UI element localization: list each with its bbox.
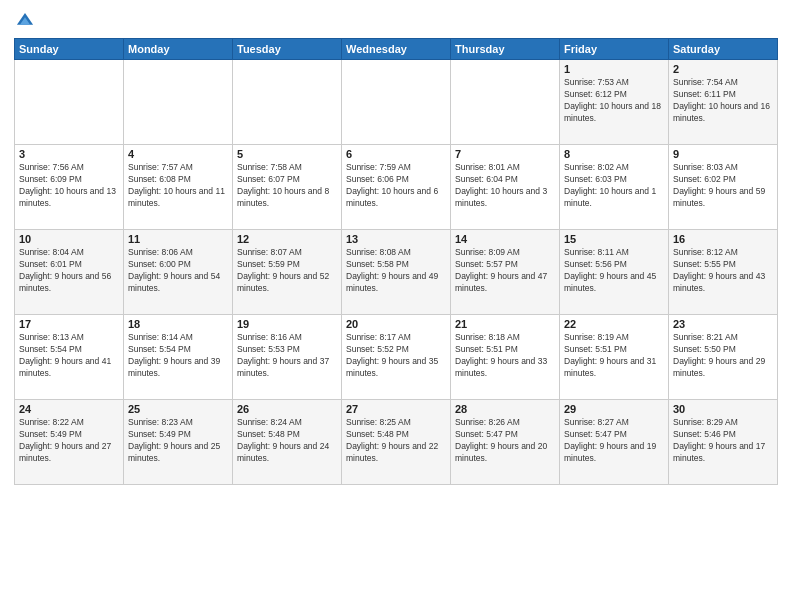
day-number: 9 xyxy=(673,148,773,160)
day-info: Sunrise: 7:58 AM Sunset: 6:07 PM Dayligh… xyxy=(237,162,337,210)
calendar-cell: 21Sunrise: 8:18 AM Sunset: 5:51 PM Dayli… xyxy=(451,315,560,400)
day-number: 17 xyxy=(19,318,119,330)
calendar-cell: 20Sunrise: 8:17 AM Sunset: 5:52 PM Dayli… xyxy=(342,315,451,400)
day-number: 12 xyxy=(237,233,337,245)
calendar-cell: 8Sunrise: 8:02 AM Sunset: 6:03 PM Daylig… xyxy=(560,145,669,230)
day-number: 28 xyxy=(455,403,555,415)
calendar-cell: 13Sunrise: 8:08 AM Sunset: 5:58 PM Dayli… xyxy=(342,230,451,315)
weekday-header: Monday xyxy=(124,39,233,60)
day-number: 7 xyxy=(455,148,555,160)
day-number: 29 xyxy=(564,403,664,415)
calendar-table: SundayMondayTuesdayWednesdayThursdayFrid… xyxy=(14,38,778,485)
calendar-body: 1Sunrise: 7:53 AM Sunset: 6:12 PM Daylig… xyxy=(15,60,778,485)
calendar-cell: 25Sunrise: 8:23 AM Sunset: 5:49 PM Dayli… xyxy=(124,400,233,485)
calendar-week-row: 24Sunrise: 8:22 AM Sunset: 5:49 PM Dayli… xyxy=(15,400,778,485)
calendar-cell xyxy=(233,60,342,145)
calendar-cell: 19Sunrise: 8:16 AM Sunset: 5:53 PM Dayli… xyxy=(233,315,342,400)
calendar-cell: 4Sunrise: 7:57 AM Sunset: 6:08 PM Daylig… xyxy=(124,145,233,230)
weekday-header: Wednesday xyxy=(342,39,451,60)
calendar-cell: 14Sunrise: 8:09 AM Sunset: 5:57 PM Dayli… xyxy=(451,230,560,315)
day-number: 18 xyxy=(128,318,228,330)
day-info: Sunrise: 8:07 AM Sunset: 5:59 PM Dayligh… xyxy=(237,247,337,295)
weekday-header: Sunday xyxy=(15,39,124,60)
day-number: 25 xyxy=(128,403,228,415)
day-info: Sunrise: 8:22 AM Sunset: 5:49 PM Dayligh… xyxy=(19,417,119,465)
weekday-header: Saturday xyxy=(669,39,778,60)
calendar-cell xyxy=(15,60,124,145)
day-info: Sunrise: 8:01 AM Sunset: 6:04 PM Dayligh… xyxy=(455,162,555,210)
day-number: 30 xyxy=(673,403,773,415)
calendar-cell xyxy=(124,60,233,145)
day-number: 1 xyxy=(564,63,664,75)
weekday-header: Friday xyxy=(560,39,669,60)
calendar-cell xyxy=(342,60,451,145)
day-info: Sunrise: 8:08 AM Sunset: 5:58 PM Dayligh… xyxy=(346,247,446,295)
calendar-cell: 10Sunrise: 8:04 AM Sunset: 6:01 PM Dayli… xyxy=(15,230,124,315)
day-info: Sunrise: 8:16 AM Sunset: 5:53 PM Dayligh… xyxy=(237,332,337,380)
calendar-cell: 2Sunrise: 7:54 AM Sunset: 6:11 PM Daylig… xyxy=(669,60,778,145)
day-number: 11 xyxy=(128,233,228,245)
calendar-cell: 26Sunrise: 8:24 AM Sunset: 5:48 PM Dayli… xyxy=(233,400,342,485)
calendar-cell: 11Sunrise: 8:06 AM Sunset: 6:00 PM Dayli… xyxy=(124,230,233,315)
day-number: 10 xyxy=(19,233,119,245)
day-info: Sunrise: 7:56 AM Sunset: 6:09 PM Dayligh… xyxy=(19,162,119,210)
calendar-cell: 15Sunrise: 8:11 AM Sunset: 5:56 PM Dayli… xyxy=(560,230,669,315)
calendar-cell: 7Sunrise: 8:01 AM Sunset: 6:04 PM Daylig… xyxy=(451,145,560,230)
day-info: Sunrise: 8:06 AM Sunset: 6:00 PM Dayligh… xyxy=(128,247,228,295)
calendar-week-row: 17Sunrise: 8:13 AM Sunset: 5:54 PM Dayli… xyxy=(15,315,778,400)
calendar-week-row: 3Sunrise: 7:56 AM Sunset: 6:09 PM Daylig… xyxy=(15,145,778,230)
calendar-cell: 16Sunrise: 8:12 AM Sunset: 5:55 PM Dayli… xyxy=(669,230,778,315)
logo xyxy=(14,10,40,32)
day-number: 22 xyxy=(564,318,664,330)
day-info: Sunrise: 8:18 AM Sunset: 5:51 PM Dayligh… xyxy=(455,332,555,380)
day-info: Sunrise: 8:03 AM Sunset: 6:02 PM Dayligh… xyxy=(673,162,773,210)
day-number: 6 xyxy=(346,148,446,160)
day-info: Sunrise: 8:11 AM Sunset: 5:56 PM Dayligh… xyxy=(564,247,664,295)
day-number: 8 xyxy=(564,148,664,160)
day-number: 21 xyxy=(455,318,555,330)
calendar-cell: 9Sunrise: 8:03 AM Sunset: 6:02 PM Daylig… xyxy=(669,145,778,230)
day-info: Sunrise: 8:02 AM Sunset: 6:03 PM Dayligh… xyxy=(564,162,664,210)
day-number: 16 xyxy=(673,233,773,245)
calendar-cell: 30Sunrise: 8:29 AM Sunset: 5:46 PM Dayli… xyxy=(669,400,778,485)
day-number: 15 xyxy=(564,233,664,245)
calendar-cell: 17Sunrise: 8:13 AM Sunset: 5:54 PM Dayli… xyxy=(15,315,124,400)
day-number: 27 xyxy=(346,403,446,415)
day-number: 5 xyxy=(237,148,337,160)
day-info: Sunrise: 8:24 AM Sunset: 5:48 PM Dayligh… xyxy=(237,417,337,465)
day-number: 4 xyxy=(128,148,228,160)
calendar-cell: 23Sunrise: 8:21 AM Sunset: 5:50 PM Dayli… xyxy=(669,315,778,400)
calendar-cell: 18Sunrise: 8:14 AM Sunset: 5:54 PM Dayli… xyxy=(124,315,233,400)
weekday-header: Thursday xyxy=(451,39,560,60)
day-info: Sunrise: 8:13 AM Sunset: 5:54 PM Dayligh… xyxy=(19,332,119,380)
calendar-week-row: 10Sunrise: 8:04 AM Sunset: 6:01 PM Dayli… xyxy=(15,230,778,315)
day-info: Sunrise: 8:21 AM Sunset: 5:50 PM Dayligh… xyxy=(673,332,773,380)
day-info: Sunrise: 8:14 AM Sunset: 5:54 PM Dayligh… xyxy=(128,332,228,380)
calendar-week-row: 1Sunrise: 7:53 AM Sunset: 6:12 PM Daylig… xyxy=(15,60,778,145)
day-info: Sunrise: 8:09 AM Sunset: 5:57 PM Dayligh… xyxy=(455,247,555,295)
day-number: 26 xyxy=(237,403,337,415)
header xyxy=(14,10,778,32)
day-info: Sunrise: 8:19 AM Sunset: 5:51 PM Dayligh… xyxy=(564,332,664,380)
day-number: 19 xyxy=(237,318,337,330)
calendar-cell: 22Sunrise: 8:19 AM Sunset: 5:51 PM Dayli… xyxy=(560,315,669,400)
day-info: Sunrise: 8:12 AM Sunset: 5:55 PM Dayligh… xyxy=(673,247,773,295)
day-info: Sunrise: 8:26 AM Sunset: 5:47 PM Dayligh… xyxy=(455,417,555,465)
calendar-cell: 24Sunrise: 8:22 AM Sunset: 5:49 PM Dayli… xyxy=(15,400,124,485)
calendar-cell: 27Sunrise: 8:25 AM Sunset: 5:48 PM Dayli… xyxy=(342,400,451,485)
day-info: Sunrise: 8:27 AM Sunset: 5:47 PM Dayligh… xyxy=(564,417,664,465)
day-info: Sunrise: 7:54 AM Sunset: 6:11 PM Dayligh… xyxy=(673,77,773,125)
day-info: Sunrise: 8:29 AM Sunset: 5:46 PM Dayligh… xyxy=(673,417,773,465)
calendar-cell: 1Sunrise: 7:53 AM Sunset: 6:12 PM Daylig… xyxy=(560,60,669,145)
day-number: 3 xyxy=(19,148,119,160)
day-number: 23 xyxy=(673,318,773,330)
calendar-cell: 28Sunrise: 8:26 AM Sunset: 5:47 PM Dayli… xyxy=(451,400,560,485)
calendar-cell: 12Sunrise: 8:07 AM Sunset: 5:59 PM Dayli… xyxy=(233,230,342,315)
day-info: Sunrise: 7:53 AM Sunset: 6:12 PM Dayligh… xyxy=(564,77,664,125)
day-info: Sunrise: 8:25 AM Sunset: 5:48 PM Dayligh… xyxy=(346,417,446,465)
page: SundayMondayTuesdayWednesdayThursdayFrid… xyxy=(0,0,792,612)
calendar-cell: 3Sunrise: 7:56 AM Sunset: 6:09 PM Daylig… xyxy=(15,145,124,230)
logo-icon xyxy=(14,10,36,32)
day-info: Sunrise: 8:23 AM Sunset: 5:49 PM Dayligh… xyxy=(128,417,228,465)
calendar-cell: 29Sunrise: 8:27 AM Sunset: 5:47 PM Dayli… xyxy=(560,400,669,485)
